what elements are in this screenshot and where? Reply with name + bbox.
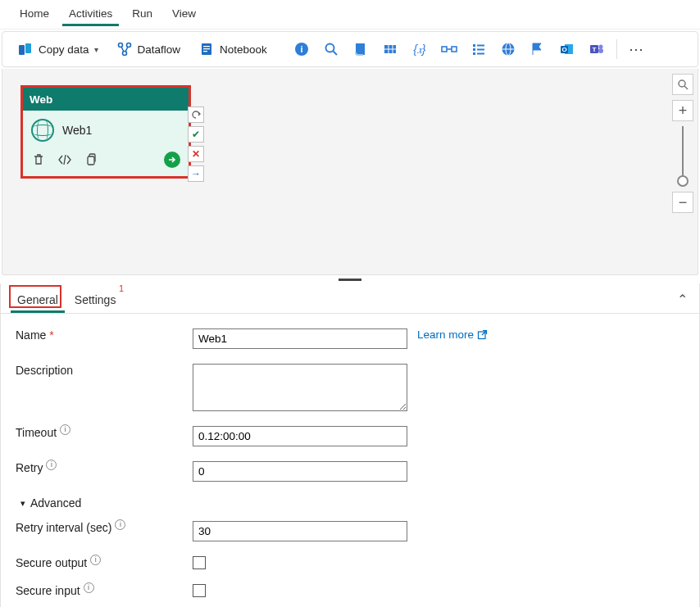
secure-input-label: Secure input [16, 584, 80, 597]
learn-more-link[interactable]: Learn more [417, 328, 488, 341]
retry-interval-label: Retry interval (sec) [16, 521, 111, 534]
node-completion-handle[interactable]: → [188, 165, 204, 182]
svg-rect-25 [473, 52, 475, 55]
svg-line-12 [333, 52, 337, 56]
tab-general[interactable]: General [9, 288, 66, 313]
globe-icon[interactable] [500, 41, 516, 57]
web-activity-node[interactable]: Web Web1 [20, 85, 191, 179]
learn-more-label: Learn more [417, 328, 474, 341]
required-marker: * [49, 328, 53, 342]
tab-run[interactable]: Run [122, 2, 162, 26]
notebook-icon [198, 41, 215, 57]
variable-icon[interactable]: {𝑥} [411, 41, 428, 57]
pipeline-icon[interactable] [441, 41, 457, 57]
notebook-label: Notebook [220, 43, 267, 56]
toolbar-separator [616, 39, 617, 59]
chevron-down-icon: ▾ [20, 498, 25, 509]
svg-text:i: i [300, 44, 302, 54]
svg-point-38 [679, 80, 685, 87]
outlook-icon[interactable]: O [559, 41, 575, 57]
dataflow-label: Dataflow [138, 43, 181, 56]
advanced-label: Advanced [30, 496, 81, 510]
svg-rect-23 [473, 48, 475, 51]
teams-icon[interactable]: T [589, 41, 605, 57]
tab-settings[interactable]: Settings [66, 288, 125, 313]
node-undo-icon[interactable] [188, 106, 204, 123]
list-icon[interactable] [470, 41, 487, 57]
table-icon[interactable] [382, 41, 398, 57]
timeout-label: Timeout [16, 426, 57, 439]
activity-type-label: Web [23, 88, 189, 111]
advanced-toggle[interactable]: ▾ Advanced [20, 496, 684, 510]
info-icon[interactable]: i [60, 424, 70, 435]
copy-data-button[interactable]: Copy data ▾ [11, 38, 105, 61]
retry-label: Retry [16, 461, 43, 474]
search-icon[interactable] [323, 41, 339, 57]
info-icon[interactable]: i [90, 555, 101, 565]
tab-activities[interactable]: Activities [59, 2, 122, 26]
pipeline-canvas[interactable]: Web Web1 ✔ ✕ → + − [2, 69, 698, 275]
panel-resize-handle[interactable] [0, 275, 700, 283]
general-settings-form: Name * Learn more Description Timeouti R… [0, 314, 700, 607]
svg-point-11 [325, 44, 334, 52]
svg-rect-1 [25, 43, 31, 53]
description-input[interactable] [193, 364, 407, 411]
script-icon[interactable] [352, 41, 369, 57]
svg-rect-8 [203, 51, 207, 52]
top-tab-bar: Home Activities Run View [0, 0, 700, 29]
secure-output-label: Secure output [16, 556, 87, 569]
svg-point-35 [598, 45, 602, 49]
delete-icon[interactable] [31, 152, 46, 167]
node-success-handle[interactable]: ✔ [188, 126, 204, 143]
name-input[interactable] [193, 328, 407, 349]
retry-input[interactable] [193, 461, 407, 482]
activities-toolbar: Copy data ▾ Dataflow Notebook i {𝑥} O T … [2, 31, 698, 67]
svg-rect-26 [477, 53, 484, 55]
tab-home[interactable]: Home [10, 2, 59, 26]
svg-rect-36 [598, 48, 603, 53]
search-canvas-icon[interactable] [672, 74, 693, 95]
zoom-slider-handle[interactable] [677, 175, 689, 187]
dataflow-button[interactable]: Dataflow [110, 38, 188, 61]
svg-rect-37 [88, 156, 94, 165]
external-link-icon [477, 329, 488, 340]
activity-detail-tabs: General Settings 1 ⌃ [0, 283, 700, 314]
svg-rect-6 [203, 46, 210, 47]
canvas-zoom-controls: + − [671, 74, 694, 218]
code-icon[interactable] [57, 152, 72, 167]
info-icon[interactable]: i [293, 41, 310, 57]
more-icon[interactable]: ⋯ [629, 41, 645, 57]
notebook-button[interactable]: Notebook [192, 38, 274, 61]
tutorial-step-marker: 1 [119, 283, 124, 293]
svg-rect-7 [203, 48, 210, 49]
info-icon[interactable]: i [84, 582, 94, 593]
tab-view[interactable]: View [162, 2, 206, 26]
zoom-slider[interactable] [682, 126, 684, 182]
svg-rect-21 [473, 44, 475, 47]
node-failure-handle[interactable]: ✕ [188, 146, 204, 162]
svg-rect-22 [477, 45, 484, 47]
dataflow-icon [116, 41, 133, 57]
run-activity-icon[interactable] [164, 152, 180, 168]
info-icon[interactable]: i [115, 519, 125, 530]
flag-icon[interactable] [530, 41, 546, 57]
timeout-input[interactable] [193, 426, 407, 446]
copy-icon[interactable] [84, 152, 98, 167]
svg-rect-24 [477, 49, 484, 51]
description-label: Description [16, 364, 73, 377]
zoom-out-icon[interactable]: − [672, 192, 693, 213]
secure-output-checkbox[interactable] [193, 556, 206, 569]
zoom-in-icon[interactable]: + [672, 100, 693, 121]
secure-input-checkbox[interactable] [193, 584, 206, 597]
svg-line-39 [684, 86, 688, 89]
retry-interval-input[interactable] [193, 521, 407, 541]
info-icon[interactable]: i [46, 460, 57, 470]
web-activity-icon [31, 119, 54, 142]
svg-rect-0 [19, 45, 25, 55]
svg-rect-19 [452, 47, 457, 52]
copy-data-icon [17, 41, 34, 57]
svg-rect-13 [356, 43, 365, 55]
collapse-panel-icon[interactable]: ⌃ [677, 292, 688, 307]
name-label: Name [16, 328, 46, 342]
chevron-down-icon: ▾ [94, 45, 98, 54]
